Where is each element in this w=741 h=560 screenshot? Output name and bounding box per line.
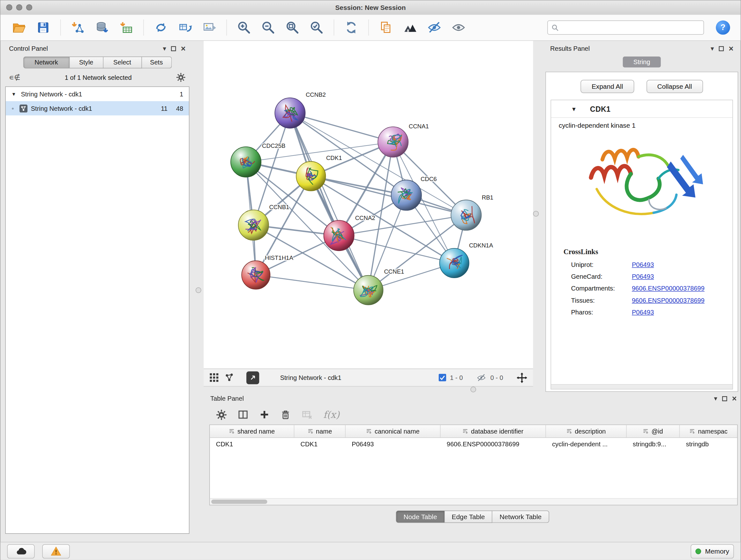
- column-header-canonical-name[interactable]: canonical name: [346, 425, 441, 437]
- save-session-button[interactable]: [33, 17, 53, 37]
- window-close-button[interactable]: [6, 4, 12, 10]
- zoom-selected-button[interactable]: [307, 17, 327, 37]
- network-node-RB1[interactable]: RB1RB1: [451, 194, 493, 231]
- network-options-gear-icon[interactable]: [176, 73, 186, 82]
- warnings-button[interactable]: [42, 544, 70, 558]
- network-edge[interactable]: [290, 113, 368, 290]
- crosslink-link-genecard[interactable]: P06493: [632, 273, 654, 280]
- pan-crosshair-icon[interactable]: [516, 372, 527, 383]
- network-node-HIST1H1A[interactable]: HIST1H1AHIST1H1A: [242, 254, 293, 289]
- grid-view-icon[interactable]: [209, 373, 219, 382]
- search-input[interactable]: [562, 23, 700, 32]
- crosslink-link-tissues[interactable]: 9606.ENSP00000378699: [632, 297, 704, 304]
- panel-float-icon[interactable]: [719, 46, 724, 51]
- control-panel-tab-style[interactable]: Style: [70, 57, 104, 68]
- open-session-button[interactable]: [9, 17, 29, 37]
- network-edge[interactable]: [290, 113, 393, 142]
- help-label: ?: [721, 23, 725, 32]
- column-header-shared-name[interactable]: shared name: [210, 425, 294, 437]
- panel-close-icon[interactable]: ×: [732, 394, 737, 402]
- network-node-CCNB1[interactable]: CCNB1CCNB1: [239, 204, 289, 240]
- tab-network-table[interactable]: Network Table: [492, 510, 549, 523]
- control-panel-tab-network[interactable]: Network: [23, 57, 70, 68]
- crosslink-link-compartments[interactable]: 9606.ENSP00000378699: [632, 285, 704, 292]
- panel-menu-icon[interactable]: ▾: [711, 45, 714, 52]
- zoom-out-button[interactable]: [258, 17, 278, 37]
- column-header-name[interactable]: name: [294, 425, 346, 437]
- results-scrollbar[interactable]: [551, 384, 732, 389]
- zoom-in-button[interactable]: [234, 17, 254, 37]
- column-header-database-identifier[interactable]: database identifier: [441, 425, 546, 437]
- import-network-from-file-button[interactable]: [68, 17, 88, 37]
- panel-close-icon[interactable]: ×: [181, 44, 186, 52]
- panel-float-icon[interactable]: [171, 46, 176, 51]
- show-panels-button[interactable]: [449, 17, 468, 37]
- network-canvas[interactable]: CCNB2CCNB2CCNA1CCNA1CDC25BCDC25BCDK1CDK1…: [204, 41, 533, 368]
- control-panel-tab-select[interactable]: Select: [104, 57, 142, 68]
- panel-float-icon[interactable]: [722, 396, 727, 401]
- zoom-fit-button[interactable]: [282, 17, 302, 37]
- memory-button[interactable]: Memory: [691, 544, 734, 558]
- column-header-description[interactable]: description: [546, 425, 627, 437]
- collapse-arrow-icon[interactable]: ▼: [11, 91, 17, 97]
- import-network-from-database-button[interactable]: [92, 17, 112, 37]
- cytoscape-window: Session: New Session: [0, 0, 741, 560]
- network-edge[interactable]: [256, 275, 368, 290]
- cloud-status-button[interactable]: [7, 544, 35, 558]
- column-header-namespac[interactable]: namespac: [680, 425, 737, 437]
- collapse-all-button[interactable]: Collapse All: [646, 80, 703, 93]
- collapse-section-icon[interactable]: ▼: [571, 106, 577, 113]
- hidden-eye-slash-icon[interactable]: [476, 374, 487, 381]
- network-node-CDKN1A[interactable]: CDKN1ACDKN1A: [440, 242, 493, 278]
- network-node-CDK1[interactable]: CDK1CDK1: [296, 154, 342, 191]
- import-table-from-file-button[interactable]: [116, 17, 136, 37]
- table-horizontal-scrollbar[interactable]: [210, 498, 737, 505]
- selected-nodes-checkbox-icon[interactable]: [439, 374, 446, 381]
- export-image-button[interactable]: [199, 17, 219, 37]
- crosslink-link-pharos[interactable]: P06493: [632, 309, 654, 316]
- new-network-from-table-button[interactable]: [175, 17, 195, 37]
- node-label: CDC25B: [262, 142, 285, 149]
- network-collection-row[interactable]: ▼ String Network - cdk1 1: [6, 87, 189, 101]
- network-row-selected[interactable]: ● String Network - cdk1 11 48: [6, 101, 189, 116]
- hide-panels-button[interactable]: [424, 17, 444, 37]
- expand-collapse-tree-icons[interactable]: ∊∉: [9, 73, 20, 82]
- network-view-icon[interactable]: [225, 373, 234, 382]
- tab-edge-table[interactable]: Edge Table: [445, 510, 492, 523]
- show-columns-icon[interactable]: [238, 409, 249, 421]
- add-column-icon[interactable]: [259, 409, 270, 420]
- crosslink-link-uniprot[interactable]: P06493: [632, 261, 654, 268]
- tab-node-table[interactable]: Node Table: [396, 510, 445, 523]
- refresh-button[interactable]: [341, 17, 361, 37]
- panel-menu-icon[interactable]: ▾: [714, 395, 717, 402]
- splitter-handle[interactable]: [196, 287, 201, 293]
- column-icon: [307, 428, 313, 434]
- clone-network-button[interactable]: [376, 17, 396, 37]
- panel-menu-icon[interactable]: ▾: [163, 45, 166, 52]
- table-row[interactable]: CDK1CDK1P064939606.ENSP00000378699cyclin…: [210, 438, 737, 450]
- new-network-button[interactable]: [151, 17, 171, 37]
- splitter-handle[interactable]: [470, 387, 476, 392]
- control-panel-tab-sets[interactable]: Sets: [142, 57, 172, 68]
- function-builder-button[interactable]: f(x): [323, 409, 340, 421]
- splitter-handle[interactable]: [533, 211, 539, 216]
- crosslink-row: Compartments:9606.ENSP00000378699: [551, 283, 732, 294]
- window-minimize-button[interactable]: [16, 4, 22, 10]
- expand-all-button[interactable]: Expand All: [581, 80, 634, 93]
- window-zoom-button[interactable]: [26, 4, 32, 10]
- network-node-CCNB2[interactable]: CCNB2CCNB2: [275, 91, 326, 128]
- network-node-CCNA1[interactable]: CCNA1CCNA1: [378, 123, 429, 158]
- column-icon: [566, 428, 572, 434]
- birdseye-view-button[interactable]: [400, 17, 420, 37]
- scrollbar-thumb[interactable]: [211, 500, 267, 504]
- delete-column-trash-icon[interactable]: [280, 409, 291, 420]
- control-panel-tabs: NetworkStyleSelectSets: [4, 57, 190, 68]
- open-in-browser-button[interactable]: [246, 371, 259, 384]
- panel-close-icon[interactable]: ×: [729, 44, 733, 52]
- results-tab-string[interactable]: String: [623, 57, 661, 67]
- column-header-id[interactable]: @id: [627, 425, 680, 437]
- network-edge[interactable]: [339, 236, 454, 263]
- table-options-gear-icon[interactable]: [216, 409, 227, 420]
- network-node-CDC6[interactable]: CDC6CDC6: [391, 176, 437, 210]
- help-button[interactable]: ?: [716, 20, 730, 35]
